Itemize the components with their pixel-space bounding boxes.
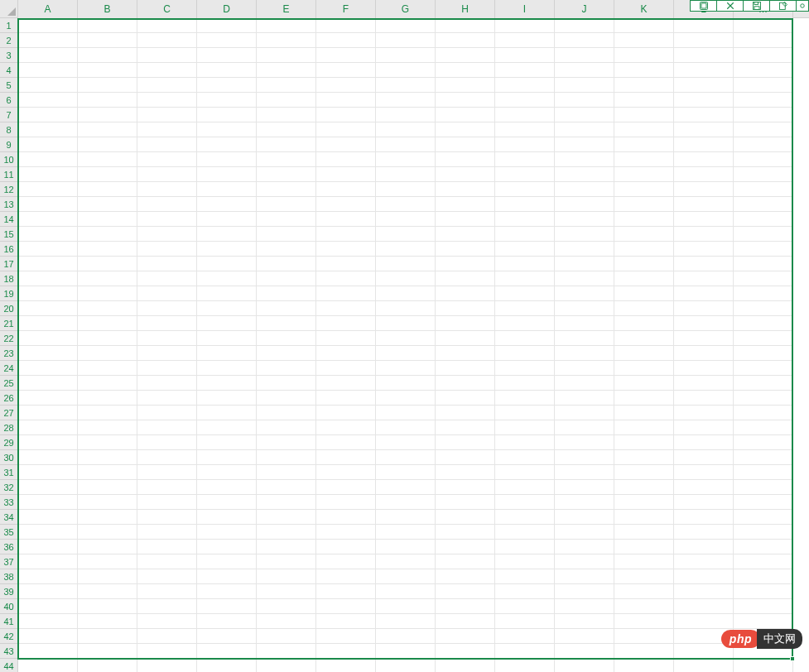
cell[interactable] — [257, 554, 316, 569]
row-header[interactable]: 28 — [0, 420, 18, 435]
row-header[interactable]: 6 — [0, 93, 18, 108]
cell[interactable] — [197, 78, 257, 93]
cell[interactable] — [734, 435, 793, 450]
cell[interactable] — [614, 614, 674, 629]
cell[interactable] — [137, 242, 197, 257]
row-header[interactable]: 36 — [0, 540, 18, 554]
cell[interactable] — [614, 420, 674, 435]
cell[interactable] — [495, 435, 555, 450]
cell[interactable] — [555, 614, 614, 629]
cell[interactable] — [316, 212, 376, 227]
cell[interactable] — [495, 93, 555, 108]
cell[interactable] — [197, 361, 257, 376]
cell[interactable] — [316, 495, 376, 510]
cell[interactable] — [376, 257, 436, 271]
cell[interactable] — [614, 63, 674, 78]
row-header[interactable]: 39 — [0, 584, 18, 599]
cell[interactable] — [614, 271, 674, 286]
cell[interactable] — [18, 629, 78, 644]
cell[interactable] — [78, 78, 137, 93]
cell[interactable] — [18, 227, 78, 242]
cell[interactable] — [376, 78, 436, 93]
cell[interactable] — [376, 465, 436, 480]
cell[interactable] — [734, 331, 793, 346]
cell[interactable] — [18, 554, 78, 569]
cell[interactable] — [614, 227, 674, 242]
cell[interactable] — [197, 137, 257, 152]
cell[interactable] — [614, 465, 674, 480]
cell[interactable] — [495, 569, 555, 584]
cell[interactable] — [614, 48, 674, 63]
cell[interactable] — [495, 540, 555, 554]
cell[interactable] — [257, 63, 316, 78]
cell[interactable] — [257, 629, 316, 644]
cell[interactable] — [197, 599, 257, 614]
cell[interactable] — [614, 540, 674, 554]
cell[interactable] — [197, 391, 257, 406]
row-header[interactable]: 17 — [0, 257, 18, 271]
cell[interactable] — [316, 450, 376, 465]
cell[interactable] — [495, 614, 555, 629]
cell[interactable] — [316, 271, 376, 286]
cell[interactable] — [436, 599, 495, 614]
cell[interactable] — [436, 644, 495, 659]
cell[interactable] — [137, 271, 197, 286]
cell[interactable] — [436, 212, 495, 227]
cell[interactable] — [495, 242, 555, 257]
cell[interactable] — [555, 331, 614, 346]
row-header[interactable]: 29 — [0, 435, 18, 450]
cell[interactable] — [734, 420, 793, 435]
cell[interactable] — [376, 659, 436, 672]
cell[interactable] — [137, 33, 197, 48]
row-header[interactable]: 2 — [0, 33, 18, 48]
cell[interactable] — [555, 406, 614, 420]
cell[interactable] — [555, 599, 614, 614]
cell[interactable] — [197, 301, 257, 316]
cell[interactable] — [555, 18, 614, 33]
cell[interactable] — [197, 167, 257, 182]
column-header[interactable]: F — [316, 0, 376, 18]
cell[interactable] — [257, 495, 316, 510]
cell[interactable] — [614, 167, 674, 182]
cell[interactable] — [614, 286, 674, 301]
cell[interactable] — [197, 346, 257, 361]
cell[interactable] — [436, 569, 495, 584]
cell[interactable] — [257, 227, 316, 242]
cell[interactable] — [257, 212, 316, 227]
cell[interactable] — [257, 108, 316, 122]
cell[interactable] — [257, 614, 316, 629]
cell[interactable] — [78, 346, 137, 361]
cell[interactable] — [674, 78, 734, 93]
cell[interactable] — [436, 629, 495, 644]
cell[interactable] — [495, 331, 555, 346]
cell[interactable] — [137, 286, 197, 301]
cell[interactable] — [316, 301, 376, 316]
cell[interactable] — [257, 271, 316, 286]
cell[interactable] — [436, 33, 495, 48]
row-header[interactable]: 4 — [0, 63, 18, 78]
cell[interactable] — [614, 242, 674, 257]
cell[interactable] — [436, 18, 495, 33]
cell[interactable] — [197, 450, 257, 465]
cell[interactable] — [18, 346, 78, 361]
cell[interactable] — [734, 599, 793, 614]
cell[interactable] — [257, 406, 316, 420]
cell[interactable] — [614, 122, 674, 137]
cell[interactable] — [734, 242, 793, 257]
row-header[interactable]: 13 — [0, 197, 18, 212]
cell[interactable] — [78, 152, 137, 167]
cell[interactable] — [436, 525, 495, 540]
cell[interactable] — [257, 331, 316, 346]
cell[interactable] — [376, 122, 436, 137]
row-header[interactable]: 32 — [0, 480, 18, 495]
cell[interactable] — [614, 137, 674, 152]
cell[interactable] — [316, 391, 376, 406]
cell[interactable] — [436, 63, 495, 78]
cell[interactable] — [614, 152, 674, 167]
row-header[interactable]: 25 — [0, 376, 18, 391]
cell[interactable] — [436, 197, 495, 212]
cell[interactable] — [674, 391, 734, 406]
row-header[interactable]: 34 — [0, 510, 18, 525]
cell[interactable] — [734, 108, 793, 122]
cell[interactable] — [18, 167, 78, 182]
